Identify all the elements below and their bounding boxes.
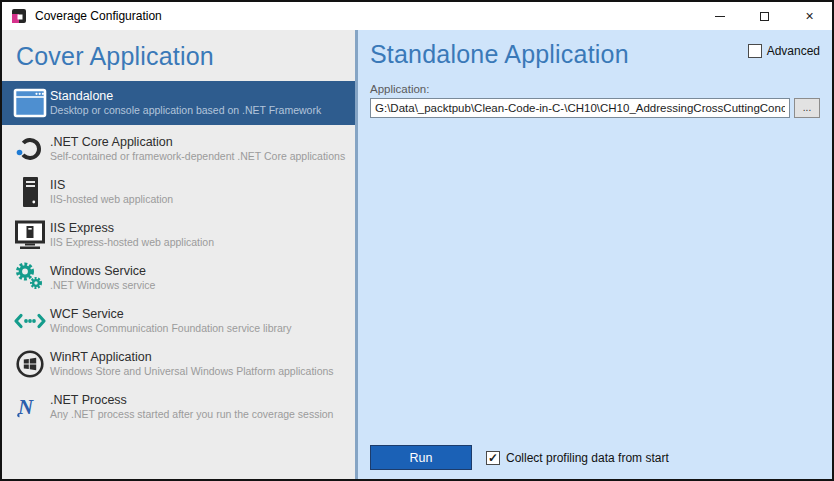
dotnet-process-icon: N xyxy=(10,395,50,419)
application-type-panel: Cover Application Standalone Desktop or … xyxy=(2,30,355,479)
left-panel-heading: Cover Application xyxy=(16,42,355,71)
list-item-windows-service[interactable]: Windows Service .NET Windows service xyxy=(2,259,355,296)
minimize-button[interactable] xyxy=(697,2,742,30)
dotnet-core-icon xyxy=(10,134,50,164)
item-description: IIS Express-hosted web application xyxy=(50,236,214,249)
list-item-dotnet-process[interactable]: N .NET Process Any .NET process started … xyxy=(2,388,355,425)
maximize-icon xyxy=(760,12,769,21)
application-label: Application: xyxy=(370,83,820,95)
close-icon: × xyxy=(805,9,813,23)
item-description: Self-contained or framework-dependent .N… xyxy=(50,150,345,163)
run-button[interactable]: Run xyxy=(370,445,472,470)
item-label: .NET Process xyxy=(50,393,333,408)
windows-service-gears-icon xyxy=(10,262,50,294)
application-path-input[interactable] xyxy=(370,98,790,118)
item-label: IIS xyxy=(50,178,173,193)
advanced-label: Advanced xyxy=(767,44,820,58)
item-label: WCF Service xyxy=(50,307,292,322)
dotcover-app-icon xyxy=(11,8,27,24)
item-description: Windows Communication Foundation service… xyxy=(50,322,292,335)
dialog-body: Cover Application Standalone Desktop or … xyxy=(2,30,832,479)
item-label: IIS Express xyxy=(50,221,214,236)
coverage-configuration-window: Coverage Configuration × Cover Applicati… xyxy=(0,0,834,481)
item-description: IIS-hosted web application xyxy=(50,193,173,206)
collect-profiling-label: Collect profiling data from start xyxy=(506,451,669,465)
iis-express-icon xyxy=(10,220,50,250)
browse-button[interactable]: ... xyxy=(794,98,820,118)
item-description: .NET Windows service xyxy=(50,279,155,292)
minimize-icon xyxy=(715,16,725,17)
list-item-netcore-application[interactable]: .NET Core Application Self-contained or … xyxy=(2,130,355,167)
collect-profiling-checkbox[interactable]: Collect profiling data from start xyxy=(486,451,669,465)
close-button[interactable]: × xyxy=(787,2,832,30)
window-title: Coverage Configuration xyxy=(35,9,162,23)
item-label: WinRT Application xyxy=(50,350,334,365)
list-item-winrt-application[interactable]: WinRT Application Windows Store and Univ… xyxy=(2,345,355,382)
titlebar[interactable]: Coverage Configuration × xyxy=(2,2,832,30)
maximize-button[interactable] xyxy=(742,2,787,30)
advanced-checkbox-box[interactable] xyxy=(748,44,762,58)
item-label: Windows Service xyxy=(50,264,155,279)
window-controls: × xyxy=(697,2,832,30)
item-label: .NET Core Application xyxy=(50,135,345,150)
advanced-checkbox[interactable]: Advanced xyxy=(748,44,820,58)
winrt-windows-icon xyxy=(10,349,50,379)
list-item-wcf-service[interactable]: WCF Service Windows Communication Founda… xyxy=(2,302,355,339)
right-panel-heading: Standalone Application xyxy=(370,40,629,69)
list-item-standalone[interactable]: Standalone Desktop or console applicatio… xyxy=(2,81,355,125)
list-item-iis[interactable]: IIS IIS-hosted web application xyxy=(2,173,355,210)
item-description: Any .NET process started after you run t… xyxy=(50,408,333,421)
item-description: Windows Store and Universal Windows Plat… xyxy=(50,365,334,378)
standalone-window-icon xyxy=(10,88,50,118)
collect-checkbox-box[interactable] xyxy=(486,451,500,465)
standalone-settings-panel: Standalone Application Advanced Applicat… xyxy=(358,30,832,479)
wcf-service-icon xyxy=(10,312,50,330)
item-label: Standalone xyxy=(50,89,321,104)
iis-server-icon xyxy=(10,176,50,208)
item-description: Desktop or console application based on … xyxy=(50,104,321,117)
list-item-iis-express[interactable]: IIS Express IIS Express-hosted web appli… xyxy=(2,216,355,253)
